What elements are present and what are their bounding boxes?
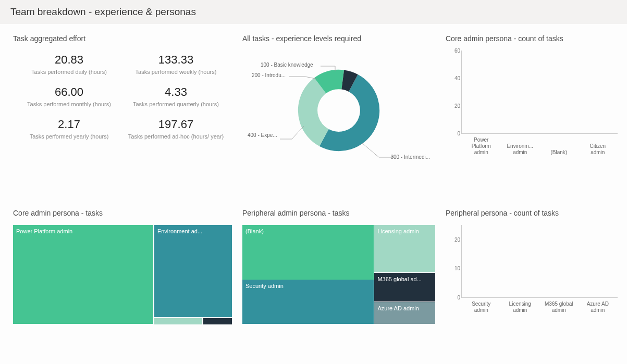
- donut-label-300: 300 - Intermedi...: [390, 154, 430, 160]
- tm-blank[interactable]: (Blank): [242, 225, 374, 280]
- treemap-peri: (Blank) Security admin Licensing admin M…: [242, 225, 435, 324]
- metric-label: Tasks performed quarterly (hours): [125, 101, 227, 107]
- donut-label-400: 400 - Expe...: [248, 132, 277, 138]
- metric-monthly: 66.00 Tasks performed monthly (hours): [18, 85, 120, 107]
- bar-chart-peri: 0 10 20 Security admin Licensing admin M…: [446, 225, 618, 332]
- dashboard-grid: Task aggregated effort 20.83 Tasks perfo…: [0, 24, 627, 349]
- bar-label: Security admin: [465, 301, 497, 313]
- metric-value: 197.67: [125, 118, 227, 131]
- bar-label: Licensing admin: [505, 301, 536, 313]
- treemap-core: Power Platform admin Environment ad...: [13, 225, 232, 324]
- metric-quarterly: 4.33 Tasks performed quarterly (hours): [125, 85, 227, 107]
- effort-metrics: 20.83 Tasks performed daily (hours) 133.…: [13, 51, 232, 140]
- tile-core-count-title: Core admin persona - count of tasks: [446, 34, 618, 43]
- bar-label: M365 global admin: [543, 301, 574, 313]
- metric-value: 20.83: [18, 53, 120, 67]
- donut-label-100: 100 - Basic knowledge: [261, 62, 313, 68]
- tile-peri-tree[interactable]: Peripheral admin persona - tasks (Blank)…: [242, 209, 435, 344]
- tm-m365[interactable]: M365 global ad...: [374, 273, 435, 302]
- tm-licensing[interactable]: Licensing admin: [374, 225, 435, 272]
- bar-label: Azure AD admin: [582, 301, 613, 313]
- page-header: Team breakdown - experience & personas: [0, 0, 627, 24]
- metric-label: Tasks performed weekly (hours): [125, 69, 227, 75]
- tm-environment[interactable]: Environment ad...: [154, 225, 232, 317]
- y-tick: 20: [447, 236, 460, 242]
- metric-label: Tasks performed daily (hours): [18, 69, 120, 75]
- donut-label-200: 200 - Introdu...: [252, 72, 286, 78]
- bar-labels: Power Platform admin Environm... admin (…: [461, 134, 618, 156]
- donut-svg: [294, 66, 383, 155]
- metric-label: Tasks performed yearly (hours): [18, 133, 120, 140]
- bar-chart-core: 0 20 40 60 Power Platform admin Environm…: [446, 51, 618, 170]
- donut-chart: 100 - Basic knowledge 200 - Introdu... 3…: [242, 51, 435, 170]
- bar-labels: Security admin Licensing admin M365 glob…: [461, 298, 618, 313]
- tm-minor-2[interactable]: [203, 318, 232, 324]
- tile-core-count[interactable]: Core admin persona - count of tasks 0 20…: [446, 34, 618, 198]
- y-tick: 0: [447, 295, 460, 300]
- y-tick: 10: [447, 266, 460, 271]
- y-tick: 20: [447, 103, 460, 108]
- tm-minor-1[interactable]: [154, 318, 202, 324]
- metric-yearly: 2.17 Tasks performed yearly (hours): [18, 118, 120, 140]
- y-tick: 40: [447, 75, 460, 81]
- tile-peri-count[interactable]: Peripheral persona - count of tasks 0 10…: [446, 209, 618, 344]
- metric-label: Tasks performed monthly (hours): [18, 101, 120, 107]
- metric-value: 66.00: [18, 85, 120, 99]
- tile-effort-title: Task aggregated effort: [13, 34, 232, 43]
- metric-daily: 20.83 Tasks performed daily (hours): [18, 53, 120, 75]
- tile-peri-tree-title: Peripheral admin persona - tasks: [242, 209, 435, 217]
- plot-area: 0 20 40 60: [461, 51, 618, 134]
- tm-power-platform[interactable]: Power Platform admin: [13, 225, 153, 324]
- bars: [462, 225, 618, 297]
- plot-area: 0 10 20: [461, 225, 618, 298]
- tm-azuread[interactable]: Azure AD admin: [374, 302, 435, 324]
- tile-core-tree-title: Core admin persona - tasks: [13, 209, 232, 217]
- bar-label: Power Platform admin: [465, 137, 497, 156]
- metric-value: 2.17: [18, 118, 120, 131]
- tile-donut[interactable]: All tasks - experience levels required 1…: [242, 34, 435, 198]
- bar-label: (Blank): [550, 149, 567, 156]
- tm-security[interactable]: Security admin: [242, 280, 374, 324]
- tile-core-tree[interactable]: Core admin persona - tasks Power Platfor…: [13, 209, 232, 344]
- metric-value: 133.33: [125, 53, 227, 67]
- metric-label: Tasks performed ad-hoc (hours/ year): [125, 133, 227, 140]
- metric-adhoc: 197.67 Tasks performed ad-hoc (hours/ ye…: [125, 118, 227, 140]
- metric-weekly: 133.33 Tasks performed weekly (hours): [125, 53, 227, 75]
- bar-label: Citizen admin: [582, 143, 613, 156]
- metric-value: 4.33: [125, 85, 227, 99]
- bars: [462, 51, 618, 133]
- y-tick: 60: [447, 48, 460, 54]
- tile-effort[interactable]: Task aggregated effort 20.83 Tasks perfo…: [13, 34, 232, 198]
- page-title: Team breakdown - experience & personas: [10, 6, 196, 17]
- y-tick: 0: [447, 131, 460, 136]
- tile-peri-count-title: Peripheral persona - count of tasks: [446, 209, 618, 217]
- tile-donut-title: All tasks - experience levels required: [242, 34, 435, 43]
- bar-label: Environm... admin: [505, 143, 536, 156]
